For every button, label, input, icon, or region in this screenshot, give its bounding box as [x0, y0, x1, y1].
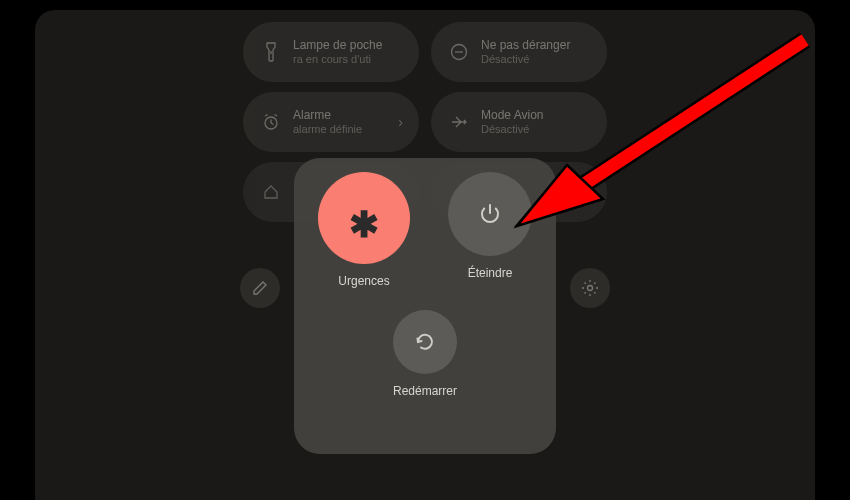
- tile-title: Alarme: [293, 108, 362, 122]
- shutdown-option[interactable]: Éteindre: [448, 172, 532, 288]
- shutdown-circle[interactable]: [448, 172, 532, 256]
- edit-button[interactable]: [240, 268, 280, 308]
- flashlight-icon: [261, 42, 281, 62]
- dnd-tile[interactable]: Ne pas déranger Désactivé: [431, 22, 607, 82]
- svg-line-6: [265, 115, 268, 117]
- restart-circle[interactable]: [393, 310, 457, 374]
- tile-title: Lampe de poche: [293, 38, 382, 52]
- alarm-tile[interactable]: Alarme alarme définie ›: [243, 92, 419, 152]
- restart-option[interactable]: Redémarrer: [393, 310, 457, 398]
- tile-subtitle: ra en cours d'uti: [293, 53, 382, 66]
- tile-subtitle: Désactivé: [481, 53, 570, 66]
- chevron-right-icon: ›: [398, 114, 403, 130]
- dnd-icon: [449, 43, 469, 61]
- svg-point-8: [588, 286, 593, 291]
- shutdown-label: Éteindre: [468, 266, 513, 280]
- airplane-icon: [449, 113, 469, 131]
- power-menu-row: Redémarrer: [294, 310, 556, 398]
- airplane-tile[interactable]: Mode Avion Désactivé: [431, 92, 607, 152]
- tile-subtitle: Désactivé: [481, 123, 544, 136]
- emergency-circle[interactable]: ✱: [318, 172, 410, 264]
- restart-label: Redémarrer: [393, 384, 457, 398]
- tile-title: Ne pas déranger: [481, 38, 570, 52]
- alarm-icon: [261, 113, 281, 131]
- quick-tile-row: Alarme alarme définie › Mode Avion Désac…: [35, 92, 815, 152]
- quick-tile-row: Lampe de poche ra en cours d'uti Ne pas …: [35, 22, 815, 82]
- power-menu-row: ✱ Urgences Éteindre: [294, 172, 556, 288]
- device-screen: Lampe de poche ra en cours d'uti Ne pas …: [35, 10, 815, 500]
- svg-line-5: [271, 123, 274, 125]
- settings-button[interactable]: [570, 268, 610, 308]
- tile-title: Mode Avion: [481, 108, 544, 122]
- svg-line-7: [275, 115, 278, 117]
- flashlight-tile[interactable]: Lampe de poche ra en cours d'uti: [243, 22, 419, 82]
- power-menu: ✱ Urgences Éteindre: [294, 158, 556, 454]
- asterisk-icon: ✱: [349, 202, 379, 234]
- emergency-option[interactable]: ✱ Urgences: [318, 172, 410, 288]
- home-icon: [261, 184, 281, 200]
- restart-icon: [414, 331, 436, 353]
- tile-subtitle: alarme définie: [293, 123, 362, 136]
- emergency-label: Urgences: [338, 274, 389, 288]
- power-icon: [478, 202, 502, 226]
